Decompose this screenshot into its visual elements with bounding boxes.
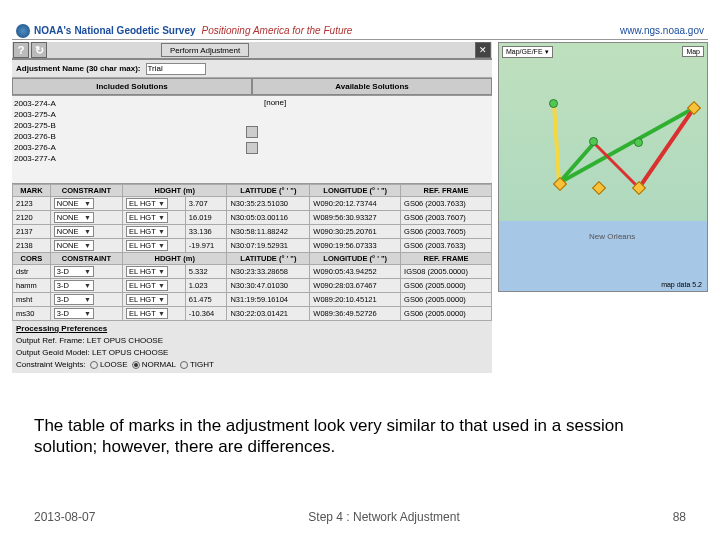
lat-value: N31:19:59.16104 [227, 293, 310, 307]
included-solutions-list[interactable]: 2003-274-A 2003-275-A 2003-275-B 2003-27… [12, 96, 252, 183]
lon-value: W090:19:56.07333 [310, 239, 401, 253]
list-item[interactable]: 2003-276-A [14, 142, 250, 153]
svg-line-3 [639, 108, 694, 188]
col-lat: LATITUDE (° ' ") [227, 185, 310, 197]
table-row: 2123NONE▼EL HGT▼3.707N30:35:23.51030W090… [13, 197, 492, 211]
constraint-select[interactable]: 3-D▼ [50, 265, 122, 279]
height-value: 3.707 [185, 197, 227, 211]
refframe-value: GS06 (2005.0000) [401, 279, 492, 293]
radio-tight[interactable] [180, 361, 188, 369]
slide-caption: The table of marks in the adjustment loo… [34, 415, 686, 457]
noaa-logo-icon [16, 24, 30, 38]
svg-line-0 [559, 108, 694, 183]
dialog-toolbar: ? ↻ Perform Adjustment ✕ [12, 42, 492, 60]
radio-normal[interactable] [132, 361, 140, 369]
refframe-value: IGS08 (2005.0000) [401, 265, 492, 279]
list-item[interactable]: 2003-275-A [14, 109, 250, 120]
height-type-select[interactable]: EL HGT▼ [122, 197, 185, 211]
height-type-select[interactable]: EL HGT▼ [122, 293, 185, 307]
constraint-select[interactable]: 3-D▼ [50, 279, 122, 293]
height-type-select[interactable]: EL HGT▼ [122, 239, 185, 253]
available-solutions-header: Available Solutions [252, 78, 492, 95]
refframe-value: GS06 (2003.7605) [401, 225, 492, 239]
noaa-header: NOAA's National Geodetic Survey Position… [12, 22, 708, 40]
constraint-select[interactable]: 3-D▼ [50, 293, 122, 307]
lat-value: N30:58:11.88242 [227, 225, 310, 239]
list-item[interactable]: 2003-274-A [14, 98, 250, 109]
height-value: 5.332 [185, 265, 227, 279]
table-row: 2137NONE▼EL HGT▼33.136N30:58:11.88242W09… [13, 225, 492, 239]
col-lat: LATITUDE (° ' ") [227, 253, 310, 265]
constraint-select[interactable]: NONE▼ [50, 197, 122, 211]
proc-header: Processing Preferences [16, 323, 488, 335]
help-button[interactable]: ? [13, 42, 29, 58]
col-cors: CORS [13, 253, 51, 265]
col-lon: LONGITUDE (° ' ") [310, 253, 401, 265]
close-button[interactable]: ✕ [475, 42, 491, 58]
table-header-row: CORS CONSTRAINT HDGHT (m) LATITUDE (° ' … [13, 253, 492, 265]
lat-value: N30:05:03.00116 [227, 211, 310, 225]
available-solutions-list[interactable]: [none] [252, 96, 492, 183]
map-panel[interactable]: Map/GE/FE ▾ Map map data 5.2 New Orleans [498, 42, 708, 292]
lon-value: W090:20:12.73744 [310, 197, 401, 211]
col-rf: REF. FRAME [401, 185, 492, 197]
mark-table: MARK CONSTRAINT HDGHT (m) LATITUDE (° ' … [12, 184, 492, 321]
adjustment-name-label: Adjustment Name (30 char max): [16, 64, 140, 73]
map-lines [499, 43, 707, 291]
height-type-select[interactable]: EL HGT▼ [122, 211, 185, 225]
refresh-button[interactable]: ↻ [31, 42, 47, 58]
refframe-value: GS06 (2003.7633) [401, 197, 492, 211]
height-type-select[interactable]: EL HGT▼ [122, 265, 185, 279]
refframe-value: GS06 (2005.0000) [401, 307, 492, 321]
refframe-value: GS06 (2003.7607) [401, 211, 492, 225]
refframe-value: GS06 (2003.7633) [401, 239, 492, 253]
col-rf: REF. FRAME [401, 253, 492, 265]
col-hdght: HDGHT (m) [122, 185, 227, 197]
brand-tagline: Positioning America for the Future [202, 25, 353, 36]
list-item[interactable]: 2003-277-A [14, 153, 250, 164]
mark-id: 2138 [13, 239, 51, 253]
constraint-select[interactable]: NONE▼ [50, 225, 122, 239]
lat-value: N30:35:23.51030 [227, 197, 310, 211]
move-right-button[interactable] [246, 142, 258, 154]
mark-id: 2120 [13, 211, 51, 225]
lon-value: W089:56:30.93327 [310, 211, 401, 225]
map-node-icon[interactable] [589, 137, 598, 146]
constraint-weights-row: Constraint Weights: LOOSE NORMAL TIGHT [16, 359, 488, 371]
constraint-select[interactable]: NONE▼ [50, 239, 122, 253]
solutions-headers: Included Solutions Available Solutions [12, 78, 492, 96]
height-value: -10.364 [185, 307, 227, 321]
lon-value: W090:30:25.20761 [310, 225, 401, 239]
lat-value: N30:30:47.01030 [227, 279, 310, 293]
brand-prefix: NOAA's [34, 25, 71, 36]
table-row: 2120NONE▼EL HGT▼16.019N30:05:03.00116W08… [13, 211, 492, 225]
height-type-select[interactable]: EL HGT▼ [122, 225, 185, 239]
adjustment-name-input[interactable] [146, 63, 206, 75]
refframe-value: GS06 (2005.0000) [401, 293, 492, 307]
table-row: dstr3-D▼EL HGT▼5.332N30:23:33.28658W090:… [13, 265, 492, 279]
perform-adjustment-button[interactable]: Perform Adjustment [161, 43, 249, 57]
output-geoid-row: Output Geoid Model: LET OPUS CHOOSE [16, 347, 488, 359]
lon-value: W089:36:49.52726 [310, 307, 401, 321]
brand-main: National Geodetic Survey [74, 25, 195, 36]
ngs-url: www.ngs.noaa.gov [620, 25, 704, 36]
radio-loose[interactable] [90, 361, 98, 369]
list-item[interactable]: 2003-275-B [14, 120, 250, 131]
map-node-icon[interactable] [549, 99, 558, 108]
height-type-select[interactable]: EL HGT▼ [122, 307, 185, 321]
move-left-button[interactable] [246, 126, 258, 138]
lon-value: W089:20:10.45121 [310, 293, 401, 307]
svg-line-1 [559, 143, 594, 183]
processing-preferences: Processing Preferences Output Ref. Frame… [12, 321, 492, 373]
constraint-select[interactable]: NONE▼ [50, 211, 122, 225]
output-refframe-row: Output Ref. Frame: LET OPUS CHOOSE [16, 335, 488, 347]
adjustment-name-row: Adjustment Name (30 char max): [12, 60, 492, 78]
list-item[interactable]: 2003-276-B [14, 131, 250, 142]
col-constraint: CONSTRAINT [50, 185, 122, 197]
height-value: -19.971 [185, 239, 227, 253]
map-node-icon[interactable] [634, 138, 643, 147]
constraint-select[interactable]: 3-D▼ [50, 307, 122, 321]
lat-value: N30:23:33.28658 [227, 265, 310, 279]
height-type-select[interactable]: EL HGT▼ [122, 279, 185, 293]
slide-footer: 2013-08-07 Step 4 : Network Adjustment 8… [34, 510, 686, 524]
